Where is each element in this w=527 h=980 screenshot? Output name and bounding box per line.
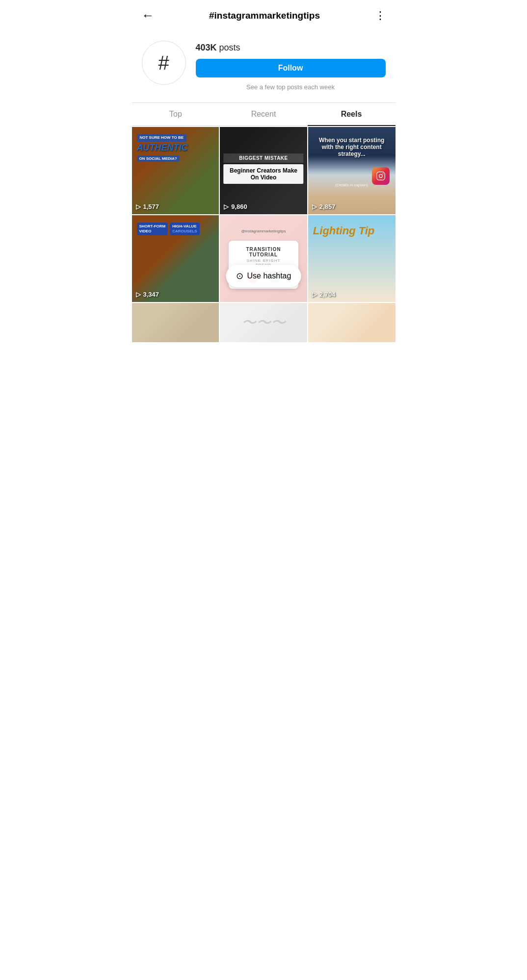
post4-video-info: ▷ 3,347 (136, 291, 159, 298)
post1-play-icon: ▷ (136, 203, 141, 210)
camera-icon: ⊙ (236, 271, 243, 281)
back-icon[interactable]: ← (142, 8, 155, 23)
grid-item-post-5[interactable]: @instagrammarketingtips TRANSITION TUTOR… (220, 215, 307, 302)
tab-bar: Top Recent Reels (132, 102, 395, 126)
grid-item-post-3[interactable]: When you start posting with the right co… (308, 127, 395, 214)
post5-card-title: TRANSITION TUTORIAL (238, 247, 289, 257)
profile-info: 403K posts Follow See a few top posts ea… (196, 41, 386, 91)
post6-views: 2,704 (319, 291, 336, 298)
page-title: #instagrammarketingtips (155, 10, 375, 21)
post2-views: 9,860 (231, 203, 247, 210)
tab-recent[interactable]: Recent (220, 103, 308, 126)
post1-overlay: NOT SURE HOW TO BE AUTHENTIC ON SOCIAL M… (132, 127, 219, 214)
follow-button[interactable]: Follow (196, 59, 386, 77)
use-hashtag-overlay[interactable]: ⊙ Use hashtag (226, 265, 301, 287)
posts-count: 403K posts (196, 43, 386, 53)
post5-overlay: @instagrammarketingtips TRANSITION TUTOR… (220, 215, 307, 302)
post6-video-info: ▷ 2,704 (312, 291, 336, 298)
post1-subtitle: ON SOCIAL MEDIA? (137, 155, 180, 162)
bottom-item-3[interactable] (308, 303, 395, 342)
header: ← #instagrammarketingtips ⋮ (132, 0, 395, 31)
post2-video-info: ▷ 9,860 (224, 203, 247, 210)
grid-item-post-4[interactable]: SHORT-FORMVIDEO HIGH-VALUECAROUSELS ▷ 3,… (132, 215, 219, 302)
post4-badge1: SHORT-FORMVIDEO (137, 223, 168, 236)
bottom-item-1[interactable] (132, 303, 219, 342)
bottom-squiggle: 〜〜〜 (220, 303, 307, 342)
hashtag-avatar: # (142, 41, 186, 85)
post1-badge: NOT SURE HOW TO BE (137, 134, 187, 142)
hashtag-symbol: # (158, 52, 169, 74)
grid-item-post-6[interactable]: Lighting Tip ▷ 2,704 (308, 215, 395, 302)
svg-rect-0 (376, 172, 385, 180)
svg-point-2 (382, 173, 383, 174)
grid-item-post-2[interactable]: BIGGEST MISTAKE Beginner Creators Make O… (220, 127, 307, 214)
use-hashtag-text: Use hashtag (247, 272, 291, 280)
profile-section: # 403K posts Follow See a few top posts … (132, 31, 395, 102)
tab-top[interactable]: Top (132, 103, 220, 126)
post6-text: Lighting Tip (313, 225, 374, 237)
tab-reels[interactable]: Reels (308, 103, 395, 126)
post4-views: 3,347 (143, 291, 159, 298)
post3-video-info: ▷ 2,857 (312, 203, 336, 210)
grid-row-2: SHORT-FORMVIDEO HIGH-VALUECAROUSELS ▷ 3,… (132, 215, 395, 302)
post2-overlay: BIGGEST MISTAKE Beginner Creators Make O… (223, 153, 303, 184)
more-icon[interactable]: ⋮ (375, 9, 386, 22)
post3-play-icon: ▷ (312, 203, 317, 210)
grid-item-post-1[interactable]: NOT SURE HOW TO BE AUTHENTIC ON SOCIAL M… (132, 127, 219, 214)
post6-play-icon: ▷ (312, 291, 317, 298)
follow-subtext: See a few top posts each week (196, 83, 386, 91)
post1-video-info: ▷ 1,577 (136, 203, 159, 210)
post1-title: AUTHENTIC (137, 143, 214, 153)
post2-label: BIGGEST MISTAKE (223, 153, 303, 163)
post3-caption: (Details in caption) (308, 183, 395, 187)
post2-play-icon: ▷ (224, 203, 229, 210)
bottom-item-2[interactable]: 〜〜〜 (220, 303, 307, 342)
post4-play-icon: ▷ (136, 291, 141, 298)
grid-row-1: NOT SURE HOW TO BE AUTHENTIC ON SOCIAL M… (132, 127, 395, 214)
post4-badge2: HIGH-VALUECAROUSELS (170, 223, 199, 236)
post3-views: 2,857 (319, 203, 336, 210)
post5-top-text: @instagrammarketingtips (241, 229, 286, 233)
post1-views: 1,577 (143, 203, 159, 210)
post3-text: When you start posting with the right co… (313, 137, 391, 157)
post4-badges: SHORT-FORMVIDEO HIGH-VALUECAROUSELS (137, 223, 200, 236)
instagram-logo (372, 167, 390, 185)
bottom-row: 〜〜〜 (132, 303, 395, 342)
post2-title: Beginner Creators Make On Video (223, 164, 303, 184)
